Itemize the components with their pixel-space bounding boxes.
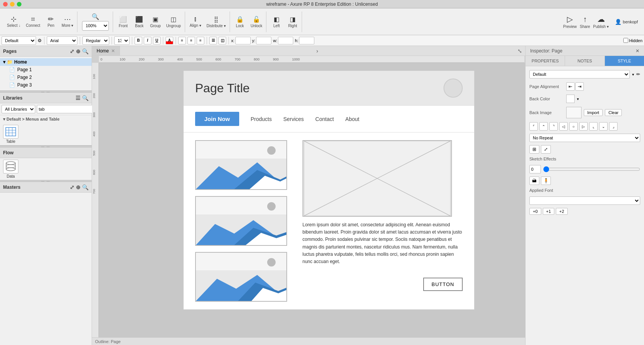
font-select[interactable]: Arial	[47, 36, 77, 45]
pages-add-icon[interactable]: ⊕	[76, 48, 80, 54]
pos-bc-button[interactable]: ⌄	[599, 122, 608, 131]
canvas-scroll-right[interactable]: ›	[314, 46, 320, 56]
style-select[interactable]: Default	[2, 36, 36, 45]
all-libraries-select[interactable]: All Libraries	[2, 105, 35, 113]
import-button[interactable]: Import	[584, 109, 603, 116]
preview-button[interactable]: ▷ Preview	[563, 15, 577, 29]
user-account[interactable]: 👤 benkopf	[612, 19, 641, 25]
pos-ml-button[interactable]: ◁	[559, 122, 568, 131]
canvas-tab-home[interactable]: Home ✕	[92, 46, 120, 56]
group-button[interactable]: ▣ Group	[148, 11, 163, 32]
clear-button[interactable]: Clear	[605, 109, 622, 116]
libraries-search-icon[interactable]: 🔍	[82, 95, 89, 101]
x-input[interactable]	[235, 37, 251, 44]
lock-button[interactable]: 🔒 Lock	[232, 11, 248, 32]
distribute-button[interactable]: ⣿ Distribute ▾	[204, 11, 228, 32]
repeat-select[interactable]: No Repeat Repeat Repeat X Repeat Y	[529, 134, 640, 142]
zoom-select[interactable]: 100% 75% 50% 150% 200%	[82, 21, 109, 31]
nav-link-about[interactable]: About	[345, 116, 360, 122]
weight-select[interactable]: Regular Bold Italic	[82, 36, 109, 45]
inspector-tab-style[interactable]: STYLE	[605, 56, 644, 66]
pos-mc-button[interactable]: ○	[569, 122, 578, 131]
canvas-fit-icon[interactable]: ⤡	[518, 48, 522, 54]
pen-button[interactable]: ✏ Pen	[43, 11, 59, 32]
img-mode-stretch[interactable]: ⤢	[541, 145, 551, 154]
pos-tc-button[interactable]: ⌃	[539, 122, 548, 131]
select-button[interactable]: ⊹ Select ↓	[5, 11, 23, 32]
font-size-plus1-button[interactable]: +1	[543, 208, 555, 215]
underline-button[interactable]: U	[153, 37, 161, 44]
masters-expand-icon[interactable]: ⤢	[70, 184, 74, 190]
sketch-portrait-btn[interactable]: 🧍	[541, 177, 551, 185]
zoom-btn[interactable]: 🔍 100% 75% 50% 150% 200%	[80, 11, 111, 32]
libraries-settings-icon[interactable]: ☰	[76, 95, 80, 101]
h-input[interactable]	[299, 37, 314, 44]
back-button[interactable]: ⬛ Back	[131, 11, 147, 32]
close-button[interactable]	[3, 2, 8, 7]
w-input[interactable]	[278, 37, 293, 44]
align-right-button[interactable]: ≡	[197, 37, 204, 44]
pos-br-button[interactable]: ⌟	[609, 122, 618, 131]
lib-item-database[interactable]: Data	[3, 160, 18, 178]
font-size-plus2-button[interactable]: +2	[556, 208, 568, 215]
color-button[interactable]: A	[166, 37, 173, 44]
right-button[interactable]: ◨ Right	[285, 11, 300, 32]
canvas-scroll-area[interactable]: Page Title Join Now Products Services Co…	[99, 63, 525, 337]
img-mode-original[interactable]: ⊞	[529, 145, 539, 154]
inspector-tab-notes[interactable]: NOTES	[565, 56, 605, 66]
ungroup-button[interactable]: ◫ Ungroup	[164, 11, 183, 32]
bold-button[interactable]: B	[135, 37, 142, 44]
library-search-input[interactable]	[37, 105, 94, 113]
masters-search-icon[interactable]: 🔍	[82, 184, 89, 190]
back-color-dropdown-icon[interactable]: ▾	[577, 97, 579, 101]
style-edit-icon[interactable]: ✏	[636, 72, 640, 77]
front-button[interactable]: ⬜ Front	[115, 11, 131, 32]
library-category-menus-table[interactable]: ▾ Default > Menus and Table	[0, 115, 92, 123]
sketch-slider[interactable]	[543, 166, 640, 172]
pages-search-icon[interactable]: 🔍	[82, 48, 89, 54]
sketch-landscape-btn[interactable]: 🏔	[529, 177, 539, 185]
italic-button[interactable]: I	[144, 37, 151, 44]
bullet-button[interactable]: ☰	[209, 37, 217, 44]
align-center-button[interactable]: ≡	[187, 37, 195, 44]
pos-bl-button[interactable]: ⌞	[589, 122, 598, 131]
canvas-tab-close-icon[interactable]: ✕	[111, 48, 115, 54]
share-button[interactable]: ↑ Share	[580, 15, 590, 29]
align-center-page-button[interactable]: ⇥	[575, 82, 584, 91]
align-button[interactable]: ⫿ Align ▾	[187, 11, 204, 32]
inspector-tab-properties[interactable]: PROPERTIES	[526, 56, 565, 66]
pos-mr-button[interactable]: ▷	[579, 122, 588, 131]
page-item-page1[interactable]: 📄 Page 1	[0, 66, 92, 74]
size-select[interactable]: 13 10 12 14 16	[114, 36, 130, 45]
outline-button[interactable]: ◫	[219, 37, 226, 44]
unlock-button[interactable]: 🔓 Unlock	[248, 11, 265, 32]
sketch-value-input[interactable]	[529, 165, 541, 173]
publish-button[interactable]: ☁ Publish ▾	[593, 15, 609, 29]
left-button[interactable]: ◧ Left	[269, 11, 284, 32]
pages-expand-icon[interactable]: ⤢	[70, 48, 74, 54]
applied-font-select[interactable]	[529, 196, 640, 205]
hidden-checkbox[interactable]	[623, 38, 628, 43]
font-size-0-button[interactable]: +0	[529, 208, 541, 215]
more-button[interactable]: ⋯ More ▾	[59, 11, 76, 32]
wireframe-action-button[interactable]: BUTTON	[423, 278, 463, 291]
connect-button[interactable]: ⌗ Connect	[24, 11, 43, 32]
nav-link-services[interactable]: Services	[283, 116, 304, 122]
page-item-page3[interactable]: 📄 Page 3	[0, 81, 92, 89]
y-input[interactable]	[256, 37, 271, 44]
inspector-collapse-icon[interactable]: ✕	[636, 48, 639, 54]
style-dropdown-icon[interactable]: ▾	[632, 72, 634, 77]
lib-item-table[interactable]: Table	[3, 125, 18, 144]
maximize-button[interactable]	[17, 2, 21, 7]
page-item-page2[interactable]: 📄 Page 2	[0, 74, 92, 81]
style-name-select[interactable]: Default	[529, 70, 630, 78]
style-options-icon[interactable]: ⚙	[38, 38, 42, 43]
page-home[interactable]: ▾ 📁 Home	[0, 58, 92, 66]
masters-add-icon[interactable]: ⊕	[76, 184, 80, 190]
back-color-picker[interactable]	[566, 95, 575, 103]
join-now-button[interactable]: Join Now	[195, 112, 239, 126]
minimize-button[interactable]	[10, 2, 15, 7]
pos-tl-button[interactable]: ⌜	[529, 122, 538, 131]
nav-link-contact[interactable]: Contact	[315, 116, 334, 122]
align-left-button[interactable]: ≡	[178, 37, 186, 44]
